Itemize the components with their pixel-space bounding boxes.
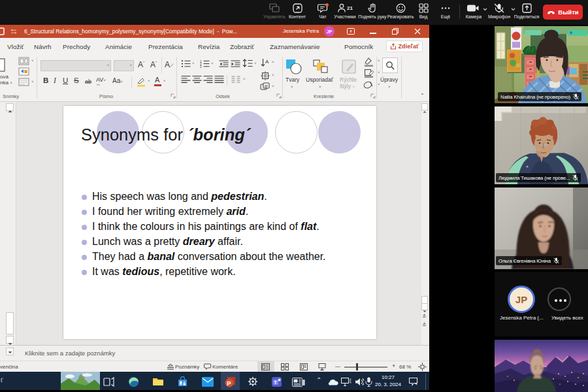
svg-text:T: T [274, 380, 278, 385]
svg-text:A: A [265, 59, 269, 65]
svg-text:P: P [227, 380, 231, 387]
svg-text:21: 21 [347, 5, 353, 11]
svg-text:3: 3 [200, 65, 202, 68]
